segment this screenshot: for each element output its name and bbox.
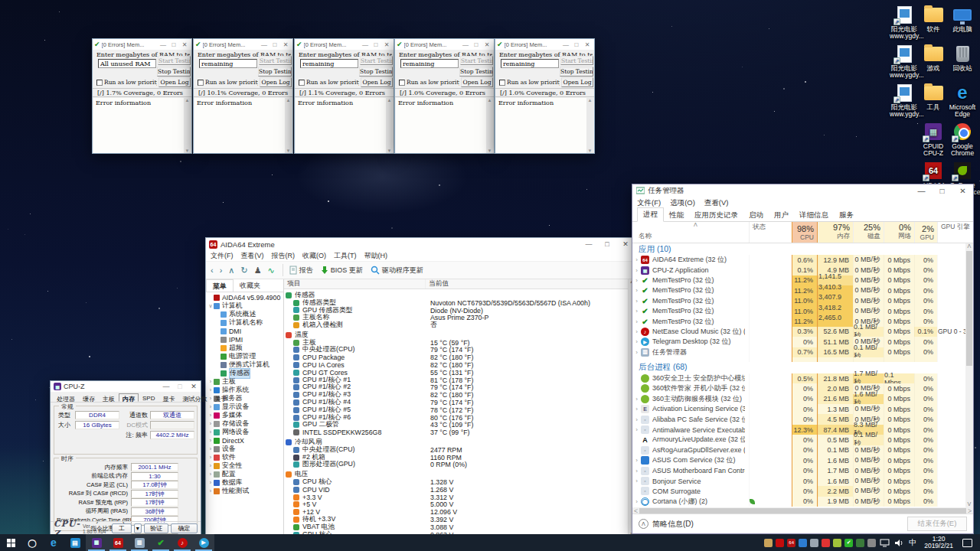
process-row[interactable]: ▫COM Surrogate0%2.2 MB0 MB/秒0 Mbps0% <box>632 486 973 496</box>
expand-chevron-icon[interactable]: › <box>632 468 641 474</box>
tree-item-设备[interactable]: ›设备 <box>206 445 283 453</box>
error-scrollbar[interactable]: ▲▼ <box>285 98 292 153</box>
menu-item[interactable]: 选项(O) <box>670 198 695 208</box>
tray-360-icon[interactable] <box>764 539 773 547</box>
low-priority-checkbox[interactable]: Run as low priority thr: <box>499 79 560 86</box>
column-status[interactable]: 状态 <box>749 222 792 243</box>
tab-用户[interactable]: 用户 <box>769 209 794 222</box>
scroll-down-icon[interactable]: ᐯ <box>968 501 972 507</box>
ram-amount-input[interactable] <box>98 59 156 68</box>
tree-item-计算机名称[interactable]: 计算机名称 <box>206 318 283 327</box>
process-row[interactable]: ›♪NetEase Cloud Music (32 位) (3)0.3%52.6… <box>632 327 973 337</box>
sensor-row[interactable]: INTEL SSDPEKKW256G837 °C (99 °F) <box>284 429 628 436</box>
forward-icon[interactable]: › <box>220 266 223 275</box>
stop-testing-button[interactable]: Stop Testing <box>359 67 393 77</box>
menu-item[interactable]: 工具(T) <box>334 251 357 261</box>
action-center-icon[interactable] <box>962 539 972 547</box>
taskbar-taskmgr-button[interactable]: ▥ <box>129 534 150 551</box>
tab-应用历史记录[interactable]: 应用历史记录 <box>689 209 743 222</box>
tree-item-安全性[interactable]: ›安全性 <box>206 461 283 470</box>
tray-360sd-icon[interactable] <box>833 539 841 547</box>
taskbar-cortana-button[interactable]: ◯ <box>21 534 43 551</box>
stop-testing-button[interactable]: Stop Testing <box>459 67 493 77</box>
desktop-icon-工具[interactable]: 工具 <box>919 83 948 111</box>
scroll-up-icon[interactable]: ▲ <box>387 98 392 103</box>
sensor-row[interactable]: CPU 核心1.328 V <box>284 478 628 486</box>
expand-chevron-icon[interactable]: › <box>632 457 641 464</box>
scroll-up-icon[interactable]: ᐱ <box>968 243 972 249</box>
process-row[interactable]: ›▶Telegram Desktop (32 位)0%51.1 MB0 MB/秒… <box>632 337 973 347</box>
menu-item[interactable]: 查看(V) <box>241 251 264 261</box>
scroll-up-icon[interactable]: ▲ <box>286 98 291 103</box>
expand-chevron-icon[interactable]: › <box>632 267 641 274</box>
sensor-row[interactable]: 图形处理器(GPU)0 RPM (0%) <box>284 461 628 469</box>
back-icon[interactable]: ‹ <box>211 266 214 275</box>
low-priority-checkbox[interactable]: Run as low priority thr: <box>96 79 157 86</box>
desktop-icon-CPUID[interactable]: ▦↗CPUIDCPU-Z <box>919 122 948 157</box>
fewer-details-toggle[interactable]: ᐱ 简略信息(D) <box>639 519 694 530</box>
aida64-maximize-button[interactable]: □ <box>598 238 616 250</box>
tray-shield-icon[interactable] <box>822 539 830 547</box>
tab-处理器[interactable]: 处理器 <box>53 393 79 402</box>
tree-item-性能测试[interactable]: ›性能测试 <box>206 487 283 495</box>
up-icon[interactable]: ∧ <box>228 266 234 276</box>
aida64-titlebar[interactable]: 64 AIDA64 Extreme — □ ✕ <box>206 238 635 250</box>
tray-netease-icon[interactable] <box>776 539 784 547</box>
ram-amount-input[interactable] <box>199 59 257 68</box>
taskmgr-vertical-scrollbar[interactable]: ᐱ ᐯ <box>965 243 973 507</box>
taskbar-telegram-button[interactable]: ▶ <box>193 534 214 551</box>
tree-item-存储设备[interactable]: ›存储设备 <box>206 419 283 428</box>
expand-chevron-icon[interactable]: › <box>632 287 641 294</box>
menu-item[interactable]: 报告(R) <box>272 251 296 261</box>
tree-item-主板[interactable]: ›主板 <box>206 377 283 386</box>
tree-item-IPMI[interactable]: IPMI <box>206 335 283 344</box>
process-row[interactable]: ›ASUS Com Service (32 位)0%1.6 MB0 MB/秒0 … <box>632 455 973 465</box>
open-log-button[interactable]: Open Log <box>461 77 493 87</box>
ime-indicator[interactable]: 中 <box>909 537 916 548</box>
process-row[interactable]: ›360主动防御服务模块 (32 位)0%21.6 MB1.6 MB/秒0 Mb… <box>632 394 973 404</box>
tab-测试分数[interactable]: 测试分数 <box>178 393 211 402</box>
tab-详细信息[interactable]: 详细信息 <box>794 209 834 222</box>
tab-缓存[interactable]: 缓存 <box>79 393 99 402</box>
taskbar-memtest-button[interactable]: ✔ <box>150 534 172 551</box>
scroll-up-icon[interactable]: ▲ <box>488 98 492 103</box>
tools-dropdown-icon[interactable]: ▾ <box>134 523 142 533</box>
process-row[interactable]: ›✔MemTestPro (32 位)11.0%3,407.9 ...0 MB/… <box>632 296 973 306</box>
taskbar-edge-button[interactable]: e <box>43 534 64 551</box>
report-button[interactable]: 报告 <box>289 266 313 276</box>
expand-chevron-icon[interactable]: › <box>632 256 641 263</box>
low-priority-checkbox[interactable]: Run as low priority thr: <box>299 79 359 86</box>
sensor-row[interactable]: +5 V5.000 V <box>284 501 628 509</box>
tab-内存[interactable]: 内存 <box>119 393 139 402</box>
ram-amount-input[interactable] <box>400 59 459 68</box>
menu-item[interactable]: 收藏(O) <box>302 251 326 261</box>
taskbar-netease-button[interactable]: ♪ <box>172 534 193 551</box>
driver-update-button[interactable]: 驱动程序更新 <box>371 266 423 276</box>
tree-item-DMI[interactable]: DMI <box>206 327 283 335</box>
start-button[interactable] <box>0 534 21 551</box>
desktop-icon-软件[interactable]: 软件 <box>919 5 948 33</box>
scroll-down-icon[interactable]: ▼ <box>588 148 593 153</box>
column-gpu-engine[interactable]: GPU 引擎 <box>937 222 965 243</box>
desktop-icon-此电脑[interactable]: 此电脑 <box>948 5 977 33</box>
process-row[interactable]: ›▫Alibaba PC Safe Service (32 位)0%4.5 MB… <box>632 414 973 424</box>
close-button[interactable]: ✕ <box>280 41 291 48</box>
process-row[interactable]: ›✔MemTestPro (32 位)11.2%3,410.3 ...0 MB/… <box>632 285 973 295</box>
low-priority-checkbox[interactable]: Run as low priority thr: <box>198 79 258 86</box>
menu-item[interactable]: 查看(V) <box>704 198 729 208</box>
tab-显卡[interactable]: 显卡 <box>158 393 178 402</box>
expand-chevron-icon[interactable]: › <box>632 396 641 403</box>
process-row[interactable]: ›▫Bonjour Service0%1.6 MB0 MB/秒0 Mbps0% <box>632 476 973 486</box>
expand-chevron-icon[interactable]: › <box>632 308 641 315</box>
minimize-button[interactable]: — <box>259 41 270 48</box>
expand-chevron-icon[interactable]: › <box>632 478 641 484</box>
process-row[interactable]: ›✔MemTestPro (32 位)11.0%3,418.2 ...0 MB/… <box>632 306 973 316</box>
column-name[interactable]: 名称 <box>632 222 749 243</box>
open-log-button[interactable]: Open Log <box>561 77 593 87</box>
tab-主板[interactable]: 主板 <box>99 393 119 402</box>
expand-chevron-icon[interactable]: › <box>632 498 641 505</box>
desktop-icon-回收站[interactable]: 回收站 <box>948 44 977 72</box>
tree-item-传感器[interactable]: 传感器 <box>206 369 283 377</box>
open-log-button[interactable]: Open Log <box>361 77 393 87</box>
process-row[interactable]: ›▥任务管理器0.7%16.5 MB0.1 MB/秒0 Mbps0% <box>632 347 973 357</box>
